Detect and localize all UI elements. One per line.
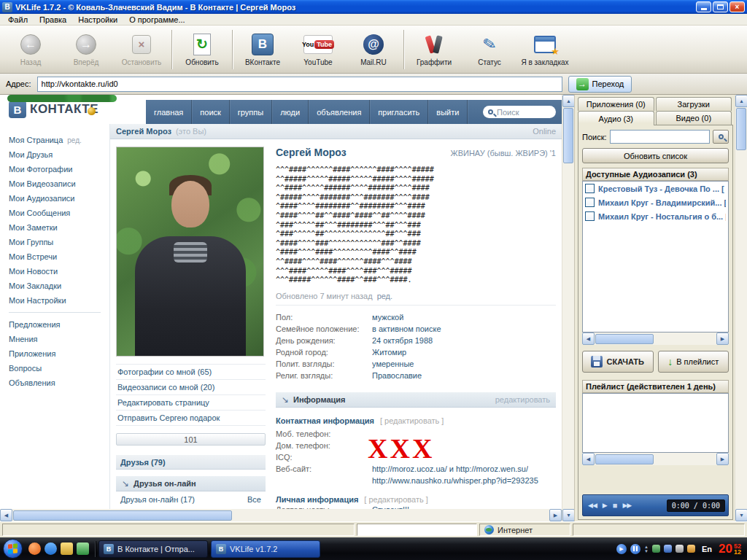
mailru-button[interactable]: @ Mail.RU: [346, 28, 401, 71]
vk-search-input[interactable]: Поиск: [483, 106, 556, 118]
send-gift-link[interactable]: Отправить Сергею подарок: [116, 411, 266, 426]
tab-applications[interactable]: Приложения (0): [578, 97, 654, 111]
nav-search[interactable]: поиск: [192, 100, 230, 124]
nav-logout[interactable]: выйти: [428, 100, 468, 124]
track-item[interactable]: Михаил Круг - Ностальгия о б... [: [583, 209, 728, 223]
player-next-button[interactable]: ▶▶: [620, 500, 633, 510]
close-button[interactable]: ×: [729, 1, 745, 12]
nav-ads[interactable]: объявления: [309, 100, 370, 124]
bookmarks-button[interactable]: ★ Я в закладках: [517, 28, 573, 71]
scroll-up-icon[interactable]: ▲: [562, 95, 575, 107]
sidebar-item-bookmarks[interactable]: Мои Закладки: [0, 279, 109, 293]
scroll-left-icon[interactable]: ◀: [582, 453, 595, 465]
nav-groups[interactable]: группы: [230, 100, 272, 124]
panel-vertical-scrollbar[interactable]: ▲ ▼: [735, 95, 747, 521]
minimize-button[interactable]: [696, 1, 711, 12]
sidebar-item-notes[interactable]: Мои Заметки: [0, 220, 109, 235]
vkontakte-button[interactable]: В ВКонтакте: [235, 28, 290, 71]
tray-clock[interactable]: 20 52 12: [719, 542, 741, 556]
nav-invite[interactable]: пригласить: [370, 100, 428, 124]
tray-play-icon[interactable]: ▶: [616, 544, 627, 554]
scroll-right-icon[interactable]: ▶: [716, 332, 729, 345]
status-edit-link[interactable]: ред.: [377, 292, 392, 300]
website-link[interactable]: http://www.naushko.ru/whisper.php?id=293…: [372, 476, 538, 485]
scrollbar-thumb[interactable]: [595, 454, 654, 464]
scroll-down-icon[interactable]: ▼: [735, 509, 747, 521]
quick-launch-icon[interactable]: [28, 542, 41, 555]
download-button[interactable]: СКАЧАТЬ: [582, 351, 654, 373]
tray-icon[interactable]: [687, 545, 695, 553]
scrollbar-thumb[interactable]: [595, 334, 654, 344]
quick-launch-icon[interactable]: [44, 542, 57, 555]
playlist-scrollbar[interactable]: ◀ ▶: [582, 453, 729, 465]
player-stop-button[interactable]: ■: [611, 499, 619, 511]
menu-edit[interactable]: Правка: [34, 15, 71, 25]
sidebar-item-meetings[interactable]: Мои Встречи: [0, 249, 109, 264]
panel-search-input[interactable]: [610, 130, 710, 144]
friends-online-all-link[interactable]: Все: [247, 495, 261, 504]
sidebar-item-friends[interactable]: Мои Друзья: [0, 147, 109, 162]
scroll-up-icon[interactable]: ▲: [735, 95, 747, 107]
player-play-button[interactable]: ▶: [600, 500, 609, 510]
sidebar-item-videos[interactable]: Мои Видеозаписи: [0, 176, 109, 191]
detail-value-link[interactable]: мужской: [372, 313, 403, 322]
vk-logo[interactable]: В КОНТАКТЕ: [0, 95, 146, 124]
forward-button[interactable]: → Вперёд: [58, 28, 114, 71]
tray-icon[interactable]: [652, 545, 660, 553]
detail-value-link[interactable]: в активном поиске: [372, 324, 441, 333]
sidebar-item-groups[interactable]: Мои Группы: [0, 235, 109, 249]
tray-icon[interactable]: [676, 545, 684, 553]
contact-edit-link[interactable]: [ редактировать ]: [380, 416, 444, 425]
sidebar-item-questions[interactable]: Вопросы: [0, 361, 109, 376]
menu-file[interactable]: Файл: [3, 15, 33, 25]
track-checkbox[interactable]: [585, 184, 595, 193]
taskbar-button-vklife[interactable]: В VKLife v1.7.2: [211, 540, 320, 558]
stop-button[interactable]: × Остановить: [114, 28, 169, 71]
nav-main[interactable]: главная: [146, 100, 192, 124]
university-link[interactable]: ЖВИНАУ (бывш. ЖВИРЭ) '1: [354, 149, 556, 158]
browser-vertical-scrollbar[interactable]: ▲ ▼: [562, 95, 574, 521]
profile-photo[interactable]: [116, 147, 264, 357]
add-to-playlist-button[interactable]: ↓ В плейлист: [658, 351, 729, 373]
sidebar-item-photos[interactable]: Мои Фотографии: [0, 162, 109, 176]
edit-link[interactable]: ред.: [67, 136, 82, 144]
status-button[interactable]: ✎ Статус: [462, 28, 517, 71]
scrollbar-thumb[interactable]: [13, 510, 232, 521]
track-item[interactable]: Михаил Круг - Владимирский... [: [583, 195, 728, 209]
nav-people[interactable]: люди: [272, 100, 309, 124]
menu-about[interactable]: О программе...: [124, 15, 190, 25]
detail-value-link[interactable]: Житомир: [372, 348, 406, 357]
website-link[interactable]: http://moroz.ucoz.ua/ и http://moroz.wen…: [372, 464, 528, 473]
sidebar-item-messages[interactable]: Мои Сообщения: [0, 206, 109, 220]
panel-search-button[interactable]: [713, 130, 729, 144]
sidebar-item-news[interactable]: Мои Новости: [0, 264, 109, 279]
start-button[interactable]: [3, 539, 23, 559]
track-item[interactable]: Крестовый Туз - Девочка По ... [: [583, 182, 728, 195]
tray-icon[interactable]: [664, 545, 672, 553]
detail-value-link[interactable]: Православие: [372, 371, 422, 380]
tray-pause-icon[interactable]: [630, 544, 640, 554]
maximize-button[interactable]: [713, 1, 728, 12]
scroll-right-icon[interactable]: ▶: [549, 509, 562, 521]
track-list-scrollbar[interactable]: ◀ ▶: [582, 332, 729, 345]
info-edit-link[interactable]: редактировать: [495, 395, 550, 404]
tab-video[interactable]: Видео (0): [656, 111, 732, 125]
friends-online-header[interactable]: ↘ Друзья он-лайн: [116, 475, 266, 491]
scroll-right-icon[interactable]: ▶: [716, 453, 729, 465]
sidebar-item-offers[interactable]: Предложения: [0, 317, 109, 332]
sidebar-item-settings[interactable]: Мои Настройки: [0, 293, 109, 308]
videos-with-me-link[interactable]: Видеозаписи со мной (20): [116, 380, 266, 395]
address-input[interactable]: [37, 77, 562, 92]
detail-value-link[interactable]: 24 октября 1988: [372, 336, 433, 345]
photos-with-me-link[interactable]: Фотографии со мной (65): [116, 365, 266, 380]
graffiti-button[interactable]: Граффити: [406, 28, 462, 71]
quick-launch-icon[interactable]: [77, 542, 89, 555]
sidebar-item-audios[interactable]: Мои Аудиозаписи: [0, 191, 109, 206]
player-prev-button[interactable]: ◀◀: [586, 500, 599, 510]
sidebar-item-classifieds[interactable]: Объявления: [0, 376, 109, 390]
scroll-left-icon[interactable]: ◀: [582, 332, 595, 345]
sidebar-item-apps[interactable]: Приложения: [0, 346, 109, 361]
personal-edit-link[interactable]: [ редактировать ]: [364, 495, 427, 504]
go-button[interactable]: → Переход: [568, 76, 632, 93]
track-checkbox[interactable]: [585, 198, 595, 207]
